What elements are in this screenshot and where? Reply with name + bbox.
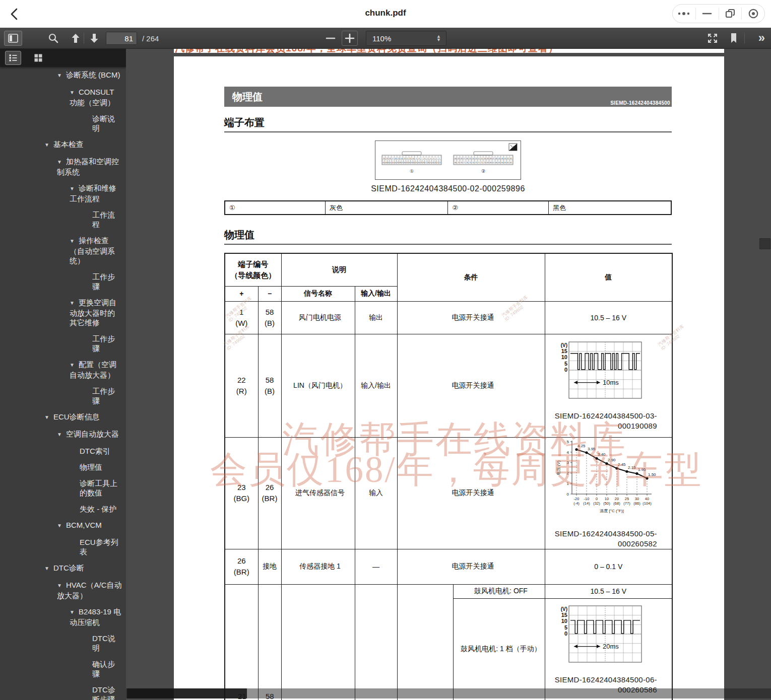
collapse-arrow-icon[interactable]: ▼ <box>70 607 75 617</box>
svg-text:3.40: 3.40 <box>598 452 606 457</box>
toc-item[interactable]: ▼ECU诊断信息 <box>0 412 126 423</box>
svg-text:1.95: 1.95 <box>638 467 646 472</box>
svg-text:5: 5 <box>564 361 567 367</box>
toc-item[interactable]: ▼DTC诊断 <box>0 563 126 574</box>
toc-item[interactable]: 工作步骤 <box>0 386 126 405</box>
svg-text:(V): (V) <box>560 342 567 348</box>
collapse-arrow-icon[interactable]: ▼ <box>70 184 75 193</box>
toc-item[interactable]: ▼加热器和空调控制系统 <box>0 157 126 177</box>
connector-diagram: 2019181716151413121110987654321454443424… <box>224 141 672 182</box>
collapse-arrow-icon[interactable]: ▼ <box>70 298 75 308</box>
toc-item[interactable]: DTC说明 <box>0 634 126 653</box>
svg-text:10: 10 <box>412 158 414 160</box>
figure-caption: SIEMD-16242404384500-05-000260582 <box>555 529 662 549</box>
graph-cell: 012345电压 (V)4.253.953.402.902.452.151.95… <box>545 437 672 549</box>
zoom-level-select[interactable]: 110% ▲▼ <box>366 31 446 46</box>
svg-text:52: 52 <box>478 158 480 160</box>
minimize-icon[interactable] <box>695 8 719 20</box>
page-number-input[interactable] <box>106 32 137 45</box>
svg-text:58: 58 <box>461 158 463 160</box>
toc-item[interactable]: 物理值 <box>0 462 126 472</box>
svg-text:49: 49 <box>487 158 489 160</box>
collapse-arrow-icon[interactable]: ▼ <box>57 71 62 80</box>
toc-item[interactable]: 工作流程 <box>0 210 126 229</box>
collapse-arrow-icon[interactable]: ▼ <box>57 430 62 439</box>
svg-text:40: 40 <box>395 162 397 164</box>
section-code: SIEMD-16242404384500 <box>610 100 670 106</box>
restore-window-icon[interactable] <box>719 8 742 20</box>
toc-item[interactable]: ▼更换空调自动放大器时的其它维修 <box>0 298 126 327</box>
zoom-out-icon[interactable] <box>325 32 336 44</box>
svg-text:①: ① <box>410 169 414 174</box>
toc-item[interactable]: ▼CONSULT 功能（空调） <box>0 87 126 107</box>
waveform-cell: (V)15105010msSIEMD-16242404384500-03-000… <box>545 334 672 437</box>
toc-item[interactable]: ▼B2483-19 电动压缩机 <box>0 607 126 627</box>
collapse-arrow-icon[interactable]: ▼ <box>70 360 75 370</box>
toc-item[interactable]: 确认步骤 <box>0 659 126 678</box>
toc-item[interactable]: ▼HVAC（A/C自动放大器） <box>0 580 126 600</box>
toc-item-label: 空调自动放大器 <box>66 430 119 438</box>
collapse-arrow-icon[interactable]: ▼ <box>57 521 62 530</box>
more-options-icon[interactable] <box>673 8 695 20</box>
toc-item[interactable]: DTC索引 <box>0 446 126 456</box>
thumbnails-view-button[interactable] <box>30 51 46 65</box>
svg-text:14: 14 <box>401 158 403 160</box>
collapse-arrow-icon[interactable]: ▼ <box>44 564 49 573</box>
toc-item[interactable]: ▼诊断和维修工作流程 <box>0 183 126 203</box>
toc-item[interactable]: ▼空调自动放大器 <box>0 429 126 440</box>
horizontal-scrollbar[interactable] <box>126 688 771 698</box>
sidebar-toggle-button[interactable] <box>4 31 22 46</box>
toc-item-label: DTC诊断步骤 <box>92 685 115 700</box>
svg-text:0: 0 <box>564 631 567 637</box>
search-icon[interactable] <box>47 32 59 44</box>
toc-list: ▼诊断系统 (BCM)▼CONSULT 功能（空调）诊断说明▼基本检查▼加热器和… <box>0 67 126 700</box>
physical-values-table: 端子编号（导线颜色） 说明 条件 值 + − 信号名称 输入/输出 1(W) <box>224 253 673 700</box>
collapse-arrow-icon[interactable]: ▼ <box>44 140 49 150</box>
svg-text:39: 39 <box>397 162 399 164</box>
window-controls <box>672 4 765 23</box>
collapse-arrow-icon[interactable]: ▼ <box>44 412 49 422</box>
svg-text:温度 [°C (°F)]: 温度 [°C (°F)] <box>600 509 623 513</box>
toc-item[interactable]: 工作步骤 <box>0 334 126 353</box>
collapse-arrow-icon[interactable]: ▼ <box>57 157 62 167</box>
col-terminal: 端子编号（导线颜色） <box>225 253 281 286</box>
toc-item-label: BCM,VCM <box>66 521 102 529</box>
svg-text:20ms: 20ms <box>603 643 619 650</box>
target-close-icon[interactable] <box>741 8 764 20</box>
toc-item-label: 诊断和维修工作流程 <box>70 184 116 203</box>
toc-item[interactable]: 失效 - 保护 <box>0 504 126 514</box>
svg-text:11: 11 <box>409 158 411 160</box>
svg-text:78: 78 <box>461 162 463 164</box>
toc-item[interactable]: ECU参考列表 <box>0 537 126 556</box>
more-tools-icon[interactable]: » <box>758 31 765 45</box>
toc-item-label: 诊断工具上的数值 <box>80 479 117 497</box>
previous-page-icon[interactable] <box>70 32 82 44</box>
vertical-scrollbar-thumb[interactable] <box>759 238 770 249</box>
connector2-key: ② <box>448 201 549 215</box>
col-condition: 条件 <box>397 253 545 301</box>
horizontal-scrollbar-thumb[interactable] <box>127 688 247 698</box>
toc-item[interactable]: ▼基本检查 <box>0 139 126 150</box>
outline-view-button[interactable] <box>5 51 21 65</box>
sidebar-header <box>0 49 126 67</box>
zoom-in-button[interactable] <box>342 31 358 46</box>
section-header-bar: 物理值 SIEMD-16242404384500 <box>224 87 672 107</box>
svg-text:63: 63 <box>504 162 506 164</box>
toc-item[interactable]: 诊断工具上的数值 <box>0 478 126 498</box>
toc-item[interactable]: 诊断说明 <box>0 114 126 133</box>
toc-item[interactable]: 工作步骤 <box>0 272 126 291</box>
next-page-icon[interactable] <box>88 32 100 44</box>
collapse-arrow-icon[interactable]: ▼ <box>70 88 75 97</box>
bookmark-icon[interactable] <box>729 32 739 44</box>
toc-item[interactable]: ▼配置（空调自动放大器） <box>0 360 126 380</box>
pdf-toolbar: / 264 110% ▲▼ » <box>0 28 771 49</box>
toc-item[interactable]: DTC诊断步骤 <box>0 685 126 700</box>
fullscreen-icon[interactable] <box>706 32 719 44</box>
collapse-arrow-icon[interactable]: ▼ <box>57 581 62 590</box>
toc-item[interactable]: ▼BCM,VCM <box>0 520 126 531</box>
toc-item-label: HVAC（A/C自动放大器） <box>57 581 121 600</box>
collapse-arrow-icon[interactable]: ▼ <box>70 236 75 246</box>
toc-item[interactable]: ▼诊断系统 (BCM) <box>0 70 126 81</box>
toc-item[interactable]: ▼操作检查（自动空调系统） <box>0 236 126 265</box>
svg-text:4: 4 <box>566 450 569 454</box>
